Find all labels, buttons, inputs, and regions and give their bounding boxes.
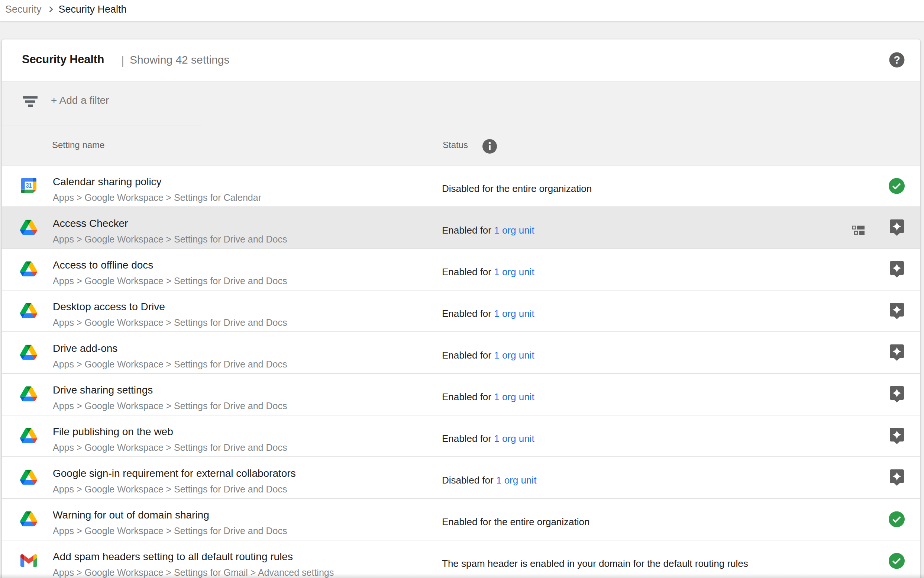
svg-text:?: ? bbox=[893, 54, 900, 66]
